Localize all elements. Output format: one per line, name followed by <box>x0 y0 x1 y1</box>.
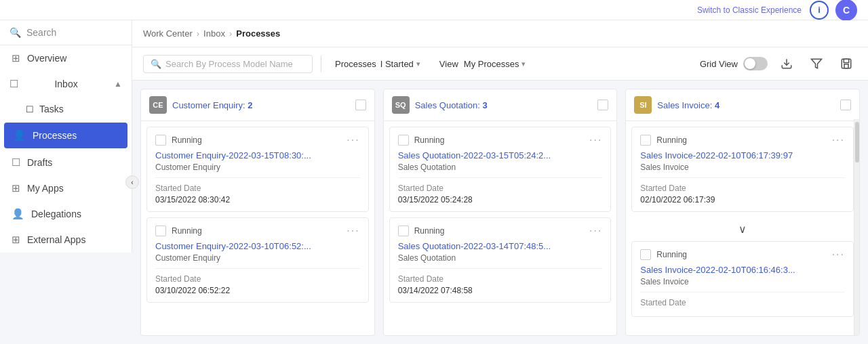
ce-badge: CE <box>149 96 167 114</box>
breadcrumb-workcenter[interactable]: Work Center <box>143 28 193 39</box>
inbox-icon: ☐ <box>9 78 18 90</box>
ce-card2-divider <box>155 268 360 269</box>
expand-icon: ∨ <box>738 223 747 236</box>
sidebar-processes-label: Processes <box>33 130 77 141</box>
si-card1-checkbox[interactable] <box>640 135 651 146</box>
breadcrumb-sep2: › <box>229 28 232 39</box>
svg-rect-4 <box>844 64 848 68</box>
si-card1-menu[interactable]: ··· <box>832 134 845 146</box>
sq-card2-checkbox[interactable] <box>398 225 409 236</box>
sidebar-collapse-button[interactable]: ‹ <box>125 175 139 189</box>
si-card1-divider <box>640 177 845 178</box>
sidebar-item-inbox[interactable]: ☐ Inbox ▲ <box>0 71 132 97</box>
delegations-icon: 👤 <box>12 208 24 220</box>
sidebar-item-drafts[interactable]: ☐ Drafts <box>0 150 132 175</box>
filter2-prefix: View <box>439 59 458 69</box>
table-row: Running ··· Sales Quotation-2022-03-15T0… <box>389 127 612 212</box>
overview-icon: ⊞ <box>12 52 20 64</box>
ce-card2-checkbox[interactable] <box>155 225 166 236</box>
search-icon: 🔍 <box>9 27 21 38</box>
ce-select-all[interactable] <box>355 100 366 110</box>
sidebar-item-externalapps[interactable]: ⊞ External Apps <box>0 227 132 253</box>
ce-title-link[interactable]: Customer Enquiry: <box>172 100 248 110</box>
breadcrumb: Work Center › Inbox › Processes <box>132 20 868 47</box>
export-button[interactable] <box>776 53 797 74</box>
si-card2-menu[interactable]: ··· <box>832 249 845 261</box>
sidebar-search-label: Search <box>26 27 56 38</box>
externalapps-icon: ⊞ <box>12 234 20 246</box>
si-card1-date-value: 02/10/2022 06:17:39 <box>640 195 845 205</box>
ce-card2-link[interactable]: Customer Enquiry-2022-03-10T06:52:... <box>155 241 360 251</box>
filter2-chevron-icon: ▾ <box>521 60 526 68</box>
sq-card1-subtitle: Sales Quotation <box>398 163 603 172</box>
sidebar-item-tasks[interactable]: ☐ Tasks <box>0 97 132 121</box>
ce-card1-menu[interactable]: ··· <box>347 134 359 146</box>
sidebar-item-processes[interactable]: 👤 Processes <box>4 123 127 148</box>
save-button[interactable] <box>835 53 857 74</box>
tasks-icon: ☐ <box>26 104 34 114</box>
si-scrollbar[interactable] <box>854 119 859 335</box>
si-title: Sales Invoice: 4 <box>657 100 835 110</box>
user-avatar[interactable]: C <box>835 0 857 21</box>
ce-card1-subtitle: Customer Enquiry <box>155 163 360 172</box>
grid-view-switch[interactable] <box>743 57 768 70</box>
ce-card2-menu[interactable]: ··· <box>347 225 359 237</box>
top-bar: Switch to Classic Experience i C <box>0 0 868 20</box>
breadcrumb-inbox[interactable]: Inbox <box>203 28 225 39</box>
inbox-chevron-icon: ▲ <box>114 79 122 89</box>
ce-column-body: Running ··· Customer Enquiry-2022-03-15T… <box>141 121 374 335</box>
column-sales-quotation: SQ Sales Quotation: 3 Running <box>383 89 618 336</box>
process-board: CE Customer Enquiry: 2 Running <box>132 81 868 344</box>
ce-card1-status: Running <box>172 135 341 145</box>
ce-card1-link[interactable]: Customer Enquiry-2022-03-15T08:30:... <box>155 150 360 160</box>
sidebar-item-delegations[interactable]: 👤 Delegations <box>0 201 132 227</box>
sidebar: 🔍 Search ⊞ Overview ☐ Inbox ▲ ☐ Tas <box>0 20 132 253</box>
sq-card1-menu[interactable]: ··· <box>589 134 602 146</box>
switch-classic-link[interactable]: Switch to Classic Experience <box>697 5 802 15</box>
filter1-label: Processes <box>335 59 376 69</box>
sq-badge: SQ <box>392 96 410 114</box>
ce-card1-divider <box>155 177 360 178</box>
breadcrumb-processes: Processes <box>236 28 280 39</box>
main-layout: 🔍 Search ⊞ Overview ☐ Inbox ▲ ☐ Tas <box>0 20 868 344</box>
sq-card1-checkbox[interactable] <box>398 135 409 146</box>
grid-view-toggle[interactable]: Grid View <box>700 57 768 70</box>
sq-card2-date-value: 03/14/2022 07:48:58 <box>398 286 603 295</box>
sq-card2-menu[interactable]: ··· <box>589 225 602 237</box>
sidebar-drafts-label: Drafts <box>27 157 52 168</box>
main-content: Work Center › Inbox › Processes 🔍 Search… <box>132 20 868 344</box>
sq-select-all[interactable] <box>597 100 608 110</box>
si-select-all[interactable] <box>840 100 851 110</box>
ce-card1-date-label: Started Date <box>155 184 360 193</box>
sidebar-search[interactable]: 🔍 Search <box>0 20 132 45</box>
si-scrollbar-thumb <box>855 122 859 163</box>
sidebar-item-myapps[interactable]: ⊞ My Apps <box>0 175 132 201</box>
ce-card1-checkbox[interactable] <box>155 135 166 146</box>
si-card2-checkbox[interactable] <box>640 249 651 260</box>
si-card1-header: Running ··· <box>640 134 845 146</box>
process-search-box[interactable]: 🔍 Search By Process Model Name <box>143 55 313 73</box>
sq-card1-header: Running ··· <box>398 134 603 146</box>
sq-card1-date-label: Started Date <box>398 184 603 193</box>
si-card1-link[interactable]: Sales Invoice-2022-02-10T06:17:39:97 <box>640 150 845 160</box>
sq-title-link[interactable]: Sales Quotation: <box>415 100 483 110</box>
sidebar-item-overview[interactable]: ⊞ Overview <box>0 45 132 71</box>
search-box-icon: 🔍 <box>151 59 161 69</box>
si-card2-link[interactable]: Sales Invoice-2022-02-10T06:16:46:3... <box>640 265 845 275</box>
column-header-si: SI Sales Invoice: 4 <box>626 89 859 121</box>
toggle-knob <box>745 58 755 69</box>
si-title-link[interactable]: Sales Invoice: <box>657 100 715 110</box>
view-myprocesses-dropdown[interactable]: View My Processes ▾ <box>434 56 532 72</box>
column-customer-enquiry: CE Customer Enquiry: 2 Running <box>140 89 375 336</box>
processes-started-dropdown[interactable]: Processes I Started ▾ <box>330 56 426 72</box>
column-sales-invoice: SI Sales Invoice: 4 Running <box>625 89 860 336</box>
expand-row[interactable]: ∨ <box>631 217 854 241</box>
ce-count: 2 <box>248 100 252 110</box>
sq-count: 3 <box>482 100 487 110</box>
sq-card1-link[interactable]: Sales Quotation-2022-03-15T05:24:2... <box>398 150 603 160</box>
sq-card2-link[interactable]: Sales Quotation-2022-03-14T07:48:5... <box>398 241 603 251</box>
sidebar-delegations-label: Delegations <box>31 209 81 219</box>
info-button[interactable]: i <box>810 1 829 20</box>
filter-button[interactable] <box>806 53 827 74</box>
ce-title: Customer Enquiry: 2 <box>172 100 350 110</box>
